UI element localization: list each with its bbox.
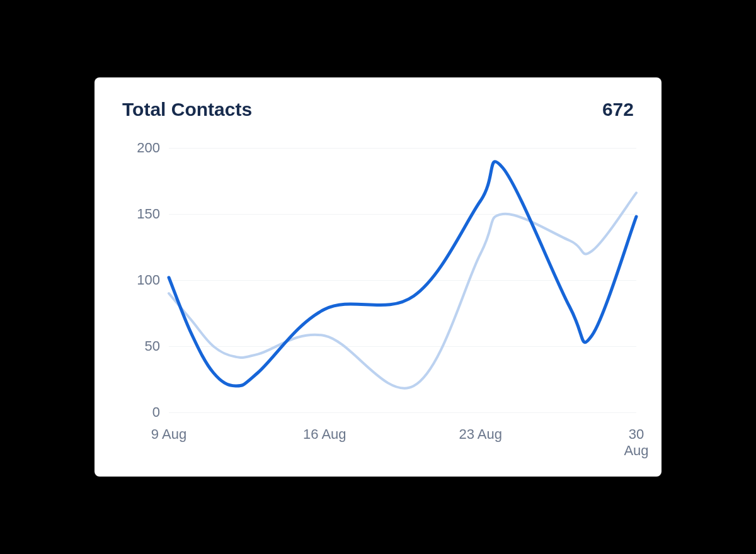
y-axis: 200 150 100 50 0 — [120, 148, 169, 412]
x-axis: 9 Aug 16 Aug 23 Aug 30 Aug — [169, 426, 636, 445]
x-tick: 30 Aug — [624, 426, 648, 459]
y-tick: 200 — [137, 140, 160, 156]
card-total-value: 672 — [602, 99, 634, 120]
chart-area: 200 150 100 50 0 9 Aug 16 Aug — [120, 148, 636, 445]
card-header: Total Contacts 672 — [120, 99, 636, 120]
plot — [169, 148, 636, 412]
y-tick: 50 — [145, 338, 160, 354]
y-tick: 100 — [137, 272, 160, 288]
series-current-line — [169, 162, 636, 386]
x-tick: 9 Aug — [151, 426, 186, 443]
y-tick: 150 — [137, 206, 160, 222]
series-previous-line — [169, 193, 636, 388]
card-title: Total Contacts — [122, 99, 252, 120]
chart-svg — [169, 148, 636, 412]
x-tick: 23 Aug — [459, 426, 502, 443]
total-contacts-card: Total Contacts 672 200 150 100 50 0 — [94, 77, 662, 477]
x-tick: 16 Aug — [303, 426, 346, 443]
grid-line — [169, 412, 636, 413]
plot-wrap: 9 Aug 16 Aug 23 Aug 30 Aug — [169, 148, 636, 445]
y-tick: 0 — [152, 404, 160, 421]
